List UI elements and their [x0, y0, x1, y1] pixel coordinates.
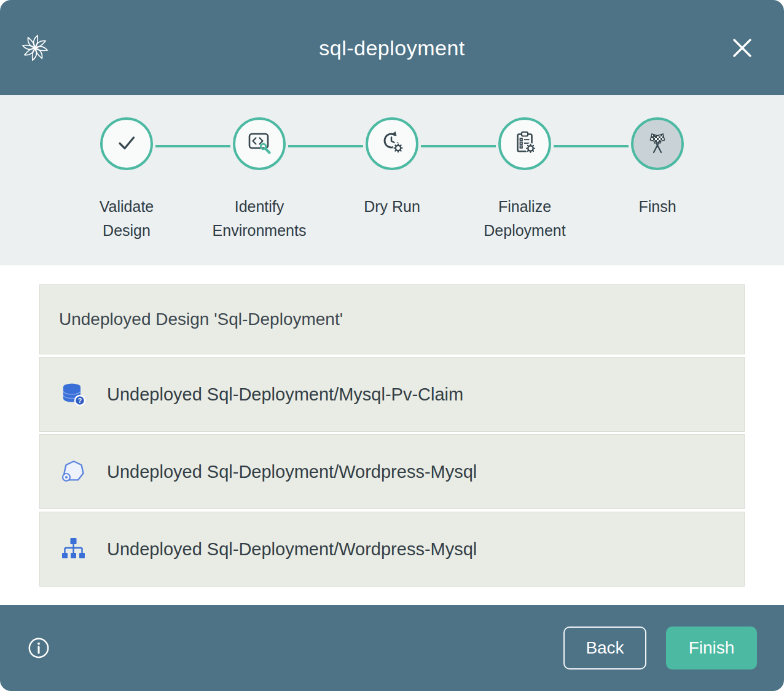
step-label: Finalize Deployment — [472, 195, 578, 243]
list-item-text: Undeployed Sql-Deployment/Mysql-Pv-Claim — [107, 385, 463, 405]
wizard-stepper: Validate Design Identify Environme — [0, 95, 784, 265]
step-label: Dry Run — [364, 195, 420, 219]
finish-button[interactable]: Finish — [666, 627, 757, 670]
deployment-log-panel: Undeployed Design 'Sql-Deployment' ? Und… — [0, 265, 784, 605]
list-header-row: Undeployed Design 'Sql-Deployment' — [39, 284, 745, 354]
checkered-flags-icon — [644, 129, 671, 158]
list-item: Undeployed Sql-Deployment/Wordpress-Mysq… — [39, 512, 745, 587]
step-validate-design-circle[interactable] — [100, 117, 153, 170]
list-item: Undeployed Sql-Deployment/Wordpress-Mysq… — [39, 434, 745, 509]
deployment-wizard-modal: sql-deployment Validate Design — [0, 0, 784, 691]
step-finalize-deployment: Finalize Deployment — [458, 117, 591, 265]
list-header-text: Undeployed Design 'Sql-Deployment' — [59, 310, 343, 329]
check-icon — [113, 129, 140, 158]
step-finalize-deployment-circle[interactable] — [498, 117, 551, 170]
list-item-text: Undeployed Sql-Deployment/Wordpress-Mysq… — [107, 462, 477, 482]
info-icon[interactable] — [27, 636, 50, 660]
pod-icon — [59, 458, 87, 486]
step-label: Finsh — [638, 195, 676, 219]
step-identify-environments-circle[interactable] — [233, 117, 286, 170]
back-button[interactable]: Back — [563, 627, 646, 670]
list-item: ? Undeployed Sql-Deployment/Mysql-Pv-Cla… — [39, 357, 745, 432]
step-label: Identify Environments — [206, 195, 312, 243]
code-wrench-icon — [246, 129, 273, 158]
modal-header: sql-deployment — [0, 0, 784, 95]
step-finish: Finsh — [591, 117, 724, 265]
close-icon[interactable] — [727, 33, 757, 63]
database-icon: ? — [59, 380, 87, 408]
step-dry-run-circle[interactable] — [366, 117, 418, 170]
step-validate-design: Validate Design — [60, 117, 193, 265]
clipboard-gear-icon — [511, 129, 538, 158]
modal-footer: Back Finish — [0, 605, 784, 691]
topology-icon — [59, 535, 87, 563]
list-item-text: Undeployed Sql-Deployment/Wordpress-Mysq… — [107, 539, 477, 560]
step-finish-circle[interactable] — [631, 117, 684, 170]
step-identify-environments: Identify Environments — [193, 117, 326, 265]
history-gear-icon — [378, 129, 406, 158]
modal-title: sql-deployment — [0, 36, 784, 60]
svg-text:?: ? — [78, 397, 82, 404]
step-label: Validate Design — [74, 195, 179, 243]
step-dry-run: Dry Run — [326, 117, 458, 265]
